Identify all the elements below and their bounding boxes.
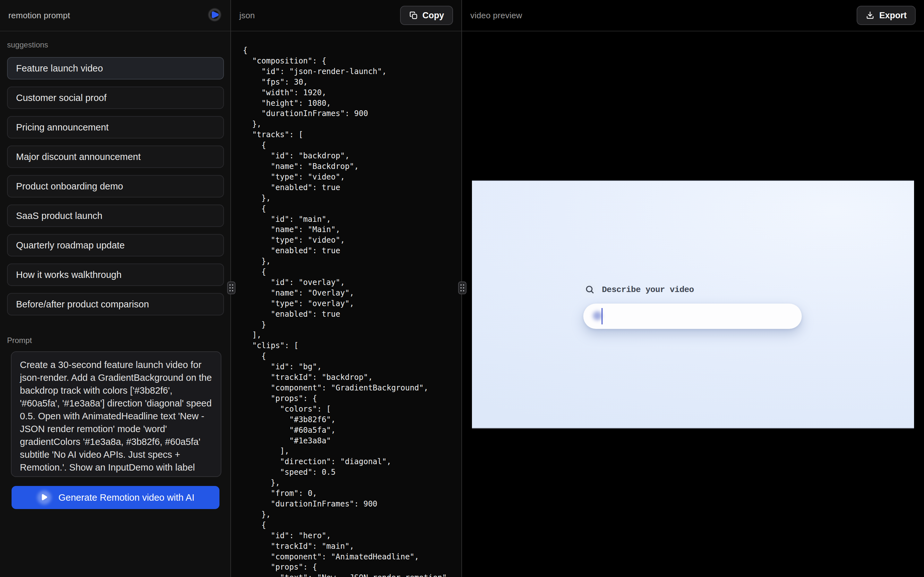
prompt-input[interactable]: Create a 30-second feature launch video …	[11, 351, 221, 477]
panel-resize-handle-left[interactable]	[227, 282, 236, 294]
download-icon	[866, 11, 875, 20]
video-preview-header: video preview Export	[462, 0, 924, 31]
suggestion-item[interactable]: SaaS product launch	[7, 205, 224, 227]
video-stage: Describe your video	[462, 31, 924, 577]
prompt-panel-body: suggestions Feature launch videoCustomer…	[0, 40, 230, 509]
prompt-label: Prompt	[7, 336, 223, 345]
remotion-logo-icon	[207, 7, 222, 23]
export-button-label: Export	[879, 11, 907, 21]
suggestion-item[interactable]: Major discount announcement	[7, 145, 224, 168]
grip-icon	[229, 284, 231, 285]
export-button[interactable]: Export	[857, 6, 916, 25]
copy-button-label: Copy	[423, 11, 444, 21]
suggestion-item[interactable]: Customer social proof	[7, 87, 224, 109]
prompt-panel: remotion prompt suggestions Feature laun…	[0, 0, 231, 577]
json-panel-header: json Copy	[231, 0, 461, 31]
video-frame: Describe your video	[472, 180, 914, 429]
search-icon	[581, 280, 599, 298]
play-icon	[37, 490, 52, 505]
suggestion-item[interactable]: Feature launch video	[7, 57, 224, 79]
suggestion-item[interactable]: Before/after product comparison	[7, 293, 224, 316]
suggestion-item[interactable]: How it works walkthrough	[7, 263, 224, 286]
cursor-glow-dot	[593, 311, 602, 320]
suggestion-item[interactable]: Pricing announcement	[7, 116, 224, 139]
copy-button[interactable]: Copy	[400, 6, 453, 25]
text-caret	[602, 308, 603, 324]
json-panel-title: json	[239, 11, 255, 21]
generate-button[interactable]: Generate Remotion video with AI	[11, 486, 220, 509]
panel-resize-handle-right[interactable]	[458, 282, 467, 294]
json-code: { "composition": { "id": "json-render-la…	[231, 31, 461, 577]
prompt-panel-header: remotion prompt	[0, 0, 230, 31]
generate-button-label: Generate Remotion video with AI	[58, 492, 194, 503]
grip-icon	[460, 284, 462, 285]
copy-icon	[409, 11, 418, 20]
prompt-panel-title: remotion prompt	[8, 11, 70, 21]
video-input-label: Describe your video	[602, 284, 694, 296]
video-preview-panel: video preview Export	[462, 0, 924, 577]
suggestions-label: suggestions	[7, 40, 223, 49]
suggestions-list: Feature launch videoCustomer social proo…	[7, 57, 223, 316]
video-preview-title: video preview	[470, 11, 522, 21]
app-window: remotion prompt suggestions Feature laun…	[0, 0, 924, 577]
video-input-pill	[583, 303, 802, 329]
suggestion-item[interactable]: Quarterly roadmap update	[7, 234, 224, 256]
json-panel: json Copy { "composition": { "id": "json…	[231, 0, 462, 577]
suggestion-item[interactable]: Product onboarding demo	[7, 175, 224, 197]
